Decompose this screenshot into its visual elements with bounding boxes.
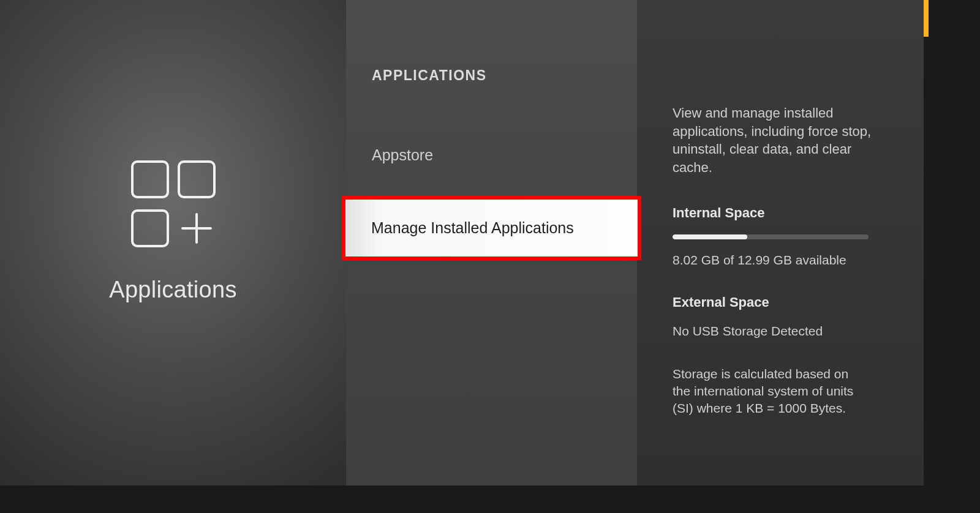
menu-item-label: Manage Installed Applications	[371, 219, 574, 236]
internal-space-progress	[673, 234, 869, 239]
menu-panel: APPLICATIONS Appstore Manage Installed A…	[346, 0, 637, 485]
external-space-text: No USB Storage Detected	[673, 324, 888, 339]
category-panel: Applications	[0, 0, 346, 485]
menu-item-manage-installed-applications[interactable]: Manage Installed Applications	[345, 200, 638, 256]
internal-space-title: Internal Space	[673, 205, 888, 221]
internal-space-progress-fill	[673, 234, 747, 239]
menu-item-appstore[interactable]: Appstore	[346, 132, 637, 179]
category-title: Applications	[109, 277, 237, 303]
menu-header: APPLICATIONS	[346, 67, 637, 84]
detail-description: View and manage installed applications, …	[673, 104, 881, 177]
svg-rect-0	[132, 162, 168, 197]
svg-rect-1	[179, 162, 214, 197]
menu-item-label: Appstore	[372, 146, 433, 163]
detail-panel: View and manage installed applications, …	[637, 0, 924, 485]
highlight-box: Manage Installed Applications	[342, 196, 641, 260]
internal-space-text: 8.02 GB of 12.99 GB available	[673, 253, 888, 268]
storage-footnote: Storage is calculated based on the inter…	[673, 365, 869, 418]
settings-screen: Applications APPLICATIONS Appstore Manag…	[0, 0, 924, 485]
edge-accent	[924, 0, 929, 37]
external-space-title: External Space	[673, 294, 888, 310]
svg-rect-2	[132, 211, 168, 246]
applications-icon	[129, 158, 218, 252]
